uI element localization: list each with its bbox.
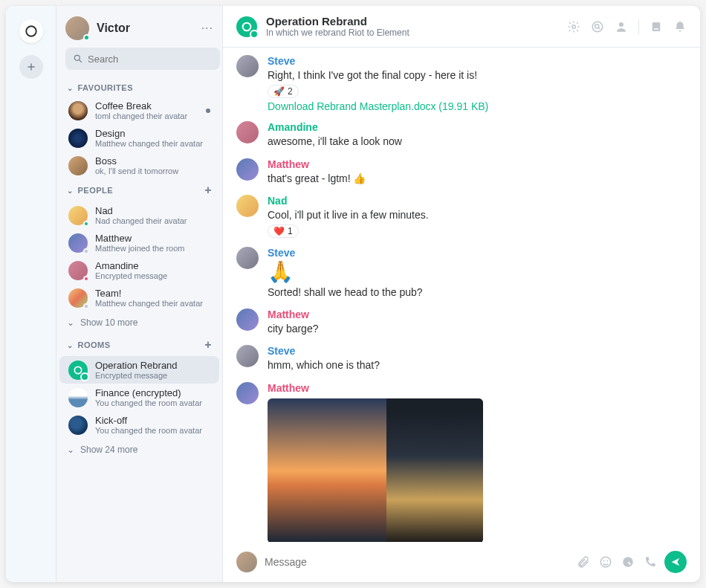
room-name: Finance (encrypted) <box>95 387 210 398</box>
call-button[interactable] <box>644 555 657 569</box>
emoji-button[interactable] <box>599 555 612 569</box>
chevron-down-icon: ⌄ <box>67 187 74 195</box>
room-avatar[interactable] <box>236 16 257 37</box>
user-menu-button[interactable]: ··· <box>201 22 213 35</box>
message-avatar[interactable] <box>236 345 259 367</box>
room-preview: Matthew changed their avatar <box>95 139 210 148</box>
message-list[interactable]: SteveRight, I think I've got the final c… <box>223 48 700 542</box>
search-icon <box>73 54 83 64</box>
user-header: Victor ··· <box>56 6 222 48</box>
room-preview: You changed the room avatar <box>95 398 210 407</box>
message-avatar[interactable] <box>236 158 259 181</box>
paperclip-icon <box>577 555 590 569</box>
search-icon <box>591 20 604 33</box>
room-avatar <box>68 156 88 175</box>
message-input[interactable] <box>265 556 569 568</box>
person-item[interactable]: Nad Nad changed their avatar <box>59 201 219 229</box>
chevron-down-icon: ⌄ <box>67 84 74 92</box>
message-avatar[interactable] <box>236 382 259 404</box>
plus-icon <box>26 62 36 72</box>
show-more-people[interactable]: ⌄ Show 10 more <box>56 311 222 334</box>
chevron-down-icon: ⌄ <box>67 317 74 328</box>
svg-rect-6 <box>652 22 661 31</box>
notifications-button[interactable] <box>673 20 687 33</box>
people-header[interactable]: ⌄ PEOPLE + <box>56 179 222 201</box>
emoji-icon <box>599 555 612 569</box>
person-icon <box>615 20 628 33</box>
svg-point-2 <box>572 25 576 28</box>
room-topic: In which we rebrand Riot to Element <box>266 28 558 38</box>
chat-panel: Operation Rebrand In which we rebrand Ri… <box>223 6 700 582</box>
reaction-pill[interactable]: 🚀2 <box>268 85 299 98</box>
svg-point-4 <box>595 24 599 28</box>
attach-button[interactable] <box>577 555 590 569</box>
favourites-header[interactable]: ⌄ FAVOURITES <box>56 79 222 97</box>
svg-rect-7 <box>654 28 658 30</box>
favourite-item[interactable]: Coffee Break toml changed their avatar <box>59 97 219 124</box>
send-icon <box>670 557 681 567</box>
message-text: city barge? <box>268 321 687 336</box>
room-item[interactable]: Finance (encrypted) You changed the room… <box>59 384 219 411</box>
phone-icon <box>644 555 657 569</box>
message-avatar[interactable] <box>236 55 259 77</box>
room-avatar <box>68 261 88 280</box>
room-avatar <box>68 233 88 253</box>
room-header: Operation Rebrand In which we rebrand Ri… <box>223 6 700 48</box>
message-text: Cool, i'll put it live in a few minutes. <box>268 207 687 222</box>
message: Matthewcity barge? <box>236 304 687 340</box>
message-sender: Steve <box>268 345 687 357</box>
files-button[interactable] <box>650 20 663 33</box>
settings-button[interactable] <box>567 20 580 33</box>
message-image[interactable] <box>268 398 483 542</box>
sticker-button[interactable] <box>621 555 635 569</box>
message-sender: Steve <box>268 247 687 259</box>
room-name: Nad <box>95 205 210 216</box>
bell-icon <box>673 20 687 33</box>
message-avatar[interactable] <box>236 195 259 217</box>
room-name: Coffee Break <box>95 100 198 112</box>
message-avatar[interactable] <box>236 308 259 331</box>
add-space-button[interactable] <box>19 55 43 79</box>
file-link[interactable]: Download Rebrand Masterplan.docx (19.91 … <box>268 100 687 112</box>
room-preview: Matthew changed their avatar <box>95 299 210 308</box>
person-item[interactable]: Team! Matthew changed their avatar <box>59 284 219 311</box>
message-text: Right, I think I've got the final copy -… <box>268 68 687 83</box>
room-avatar <box>68 416 88 435</box>
room-avatar <box>68 129 88 148</box>
chevron-down-icon: ⌄ <box>67 341 74 349</box>
message-sender: Matthew <box>268 308 687 320</box>
favourite-item[interactable]: Design Matthew changed their avatar <box>59 124 219 152</box>
members-button[interactable] <box>615 20 628 33</box>
room-item[interactable]: Operation Rebrand Encrypted message <box>59 356 219 384</box>
favourite-item[interactable]: Boss ok, I'll send it tomorrow <box>59 152 219 179</box>
reaction-pill[interactable]: ❤️1 <box>268 224 299 238</box>
person-item[interactable]: Matthew Matthew joined the room <box>59 229 219 256</box>
send-button[interactable] <box>664 551 687 573</box>
message: Matthew <box>236 378 687 542</box>
room-preview: ok, I'll send it tomorrow <box>95 167 210 175</box>
rooms-header[interactable]: ⌄ ROOMS + <box>56 334 222 356</box>
room-name: Matthew <box>95 233 210 244</box>
book-icon <box>650 20 663 33</box>
room-name: Boss <box>95 155 210 167</box>
search-room-button[interactable] <box>591 20 604 33</box>
divider <box>638 19 639 34</box>
svg-point-10 <box>606 560 608 562</box>
home-space-button[interactable] <box>19 19 43 43</box>
show-more-rooms[interactable]: ⌄ Show 24 more <box>56 439 222 461</box>
add-person-button[interactable]: + <box>204 184 212 197</box>
search-input[interactable] <box>88 54 213 65</box>
add-room-button[interactable]: + <box>204 338 212 352</box>
user-avatar[interactable] <box>65 16 89 40</box>
search-input-container[interactable] <box>65 48 220 70</box>
room-item[interactable]: Kick-off You changed the room avatar <box>59 411 219 439</box>
room-avatar <box>68 288 88 308</box>
message-avatar[interactable] <box>236 247 259 269</box>
room-preview: You changed the room avatar <box>95 426 210 435</box>
message: Amandineawesome, i'll take a look now <box>236 117 687 153</box>
person-item[interactable]: Amandine Encrypted message <box>59 256 219 284</box>
message-avatar[interactable] <box>236 121 259 143</box>
room-preview: Nad changed their avatar <box>95 216 210 225</box>
message-sender: Nad <box>268 195 687 207</box>
space-rail <box>6 6 56 582</box>
